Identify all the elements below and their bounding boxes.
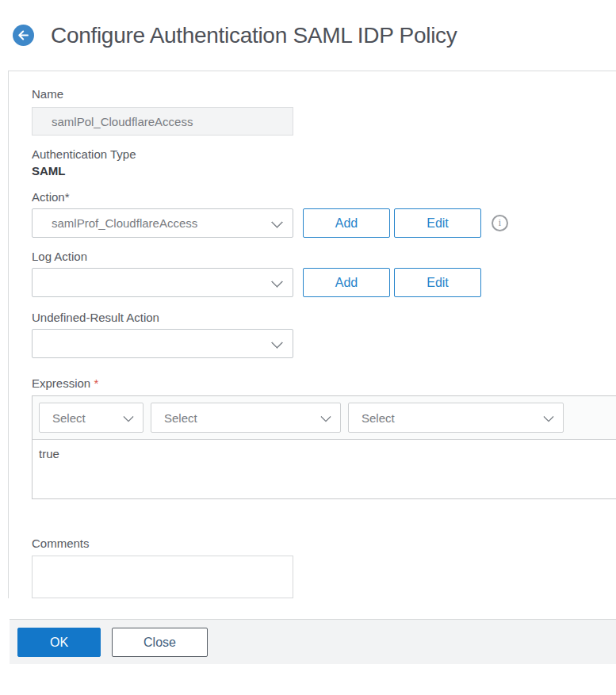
form-panel: Name samlPol_CloudflareAccess Authentica…	[8, 71, 616, 598]
expression-toolbar: Select Select Select	[33, 396, 616, 440]
expression-select-2[interactable]: Select	[151, 403, 341, 433]
expression-select-2-placeholder: Select	[164, 411, 197, 425]
log-action-add-button[interactable]: Add	[303, 268, 390, 297]
log-action-label: Log Action	[32, 250, 616, 263]
authentication-type-label: Authentication Type	[32, 148, 616, 161]
footer-bar: OK Close	[10, 619, 616, 664]
page-header: Configure Authentication SAML IDP Policy	[0, 0, 616, 71]
action-edit-button[interactable]: Edit	[394, 208, 481, 238]
log-action-row: Add Edit	[32, 268, 616, 297]
expression-input[interactable]: true	[33, 440, 616, 498]
comments-label: Comments	[32, 537, 616, 550]
action-selected-value: samlProf_CloudflareAccess	[52, 216, 197, 230]
name-label: Name	[32, 88, 616, 101]
expression-select-3[interactable]: Select	[348, 403, 564, 433]
log-action-select[interactable]	[32, 268, 293, 297]
action-label: Action*	[32, 191, 616, 204]
arrow-left-icon	[17, 30, 29, 40]
expression-editor: Select Select Select true	[32, 395, 616, 499]
expression-select-1-placeholder: Select	[52, 411, 86, 425]
expression-select-1[interactable]: Select	[39, 403, 143, 433]
ok-button[interactable]: OK	[17, 628, 101, 657]
chevron-down-icon	[271, 337, 284, 349]
chevron-down-icon	[123, 411, 134, 422]
expression-label: Expression *	[32, 377, 616, 390]
chevron-down-icon	[543, 411, 554, 422]
name-field: samlPol_CloudflareAccess	[32, 107, 293, 136]
action-add-button[interactable]: Add	[303, 208, 390, 238]
info-icon[interactable]: i	[492, 215, 508, 231]
required-asterisk: *	[94, 376, 98, 390]
comments-input[interactable]	[32, 556, 293, 598]
back-button[interactable]	[13, 25, 34, 46]
action-row: samlProf_CloudflareAccess Add Edit i	[32, 208, 616, 238]
undefined-result-action-label: Undefined-Result Action	[32, 311, 616, 324]
close-button[interactable]: Close	[112, 628, 208, 657]
chevron-down-icon	[271, 216, 284, 229]
page-title: Configure Authentication SAML IDP Policy	[51, 23, 457, 48]
undefined-result-action-select[interactable]	[32, 329, 293, 358]
action-select[interactable]: samlProf_CloudflareAccess	[32, 208, 293, 238]
name-value: samlPol_CloudflareAccess	[52, 115, 193, 128]
expression-select-3-placeholder: Select	[362, 411, 395, 425]
authentication-type-value: SAML	[32, 164, 616, 178]
log-action-edit-button[interactable]: Edit	[394, 268, 481, 297]
chevron-down-icon	[271, 276, 284, 288]
chevron-down-icon	[320, 411, 331, 422]
